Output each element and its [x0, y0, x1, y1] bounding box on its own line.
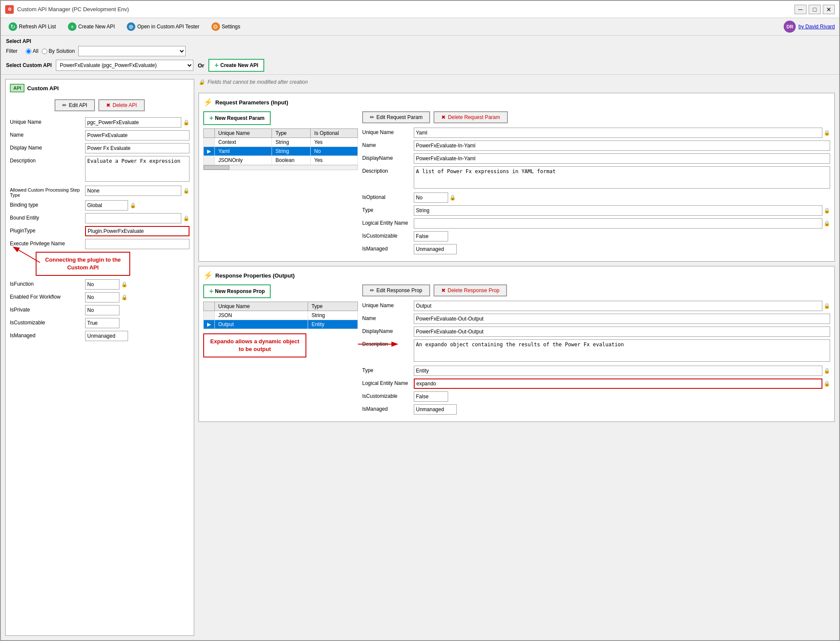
resp-unique-name-input[interactable] — [414, 301, 822, 311]
api-action-buttons: ✏ Edit API ✖ Delete API — [10, 99, 189, 111]
bound-entity-label: Bound Entity — [10, 213, 85, 221]
minimize-button[interactable]: ─ — [794, 5, 806, 14]
filter-all-radio-label[interactable]: All — [26, 48, 38, 54]
svg-line-0 — [14, 247, 40, 263]
edit-api-button[interactable]: ✏ Edit API — [55, 99, 95, 111]
is-private-input[interactable] — [85, 305, 119, 315]
request-params-scrollbar-thumb[interactable] — [204, 165, 229, 170]
settings-button[interactable]: ⚙ Settings — [208, 21, 244, 33]
delete-response-prop-button[interactable]: ✖ Delete Response Prop — [434, 284, 507, 296]
req-description-row: Description A list of Power Fx expressio… — [362, 166, 830, 190]
refresh-label: Refresh API List — [19, 24, 56, 30]
req-type-input[interactable] — [414, 205, 822, 216]
req-is-customizable-input[interactable] — [414, 231, 448, 241]
window-title: Custom API Manager (PC Development Env) — [17, 6, 129, 12]
resp-name-input[interactable] — [414, 314, 830, 324]
is-customizable-input[interactable] — [85, 318, 119, 328]
unique-name-input[interactable] — [85, 117, 181, 128]
delete-api-button[interactable]: ✖ Delete API — [98, 99, 145, 111]
resp-type-value-wrap: 🔒 — [414, 366, 830, 376]
req-logical-entity-input[interactable] — [414, 218, 822, 229]
app-icon: ⚙ — [5, 5, 14, 14]
main-content: API Custom API ✏ Edit API ✖ Delete API U… — [1, 75, 839, 640]
author-section: DR by David Rivard — [784, 21, 835, 33]
resp-row-type: Entity — [308, 320, 357, 329]
table-row[interactable]: ▶ Output Entity — [204, 320, 358, 329]
is-function-input[interactable] — [85, 279, 119, 290]
bound-entity-value-wrap: 🔒 — [85, 213, 189, 223]
req-type-lock-icon: 🔒 — [824, 208, 830, 214]
req-unique-name-input[interactable] — [414, 128, 822, 138]
author-link[interactable]: by David Rivard — [798, 24, 835, 30]
readonly-notice-text: Fields that cannot be modified after cre… — [208, 79, 308, 85]
edit-request-param-button[interactable]: ✏ Edit Request Param — [362, 111, 430, 123]
binding-type-input[interactable] — [85, 200, 128, 211]
create-new-api-toolbar-button[interactable]: + Create New API — [64, 21, 118, 33]
resp-is-customizable-input[interactable] — [414, 391, 448, 402]
enabled-workflow-label: Enabled For Workflow — [10, 292, 85, 300]
processing-step-row: Allowed Custom Processing Step Type 🔒 — [10, 186, 189, 198]
req-is-optional-input[interactable] — [414, 192, 448, 203]
display-name-input[interactable] — [85, 143, 189, 153]
filter-all-radio[interactable] — [26, 49, 31, 54]
row-arrow-cell: ▶ — [204, 147, 215, 156]
open-tester-button[interactable]: ⊕ Open in Custom API Tester — [123, 21, 203, 33]
solution-dropdown[interactable] — [78, 46, 186, 56]
maximize-button[interactable]: □ — [809, 5, 821, 14]
req-name-input[interactable] — [414, 140, 830, 151]
request-params-icon: ⚡ — [203, 98, 213, 107]
req-display-name-input[interactable] — [414, 153, 830, 164]
delete-api-label: Delete API — [113, 102, 137, 108]
req-logical-entity-lock-icon: 🔒 — [824, 220, 830, 226]
table-row[interactable]: Context String Yes — [204, 138, 358, 147]
is-managed-input[interactable] — [85, 331, 128, 341]
new-request-param-button[interactable]: + New Request Param — [203, 111, 271, 125]
api-select-dropdown[interactable]: PowerFxEvaluate (pgc_PowerFxEvaluate) — [56, 60, 193, 71]
resp-display-name-input[interactable] — [414, 327, 830, 337]
filter-by-solution-label[interactable]: By Solution — [42, 48, 75, 54]
resp-unique-name-row: Unique Name 🔒 — [362, 301, 830, 311]
enabled-workflow-row: Enabled For Workflow 🔒 — [10, 292, 189, 302]
settings-icon: ⚙ — [211, 22, 220, 31]
table-row[interactable]: JSON String — [204, 311, 358, 320]
response-props-table: Unique Name Type JSON String ▶ Output En… — [203, 302, 358, 329]
resp-logical-entity-input[interactable] — [414, 378, 822, 389]
plugin-type-input[interactable] — [85, 226, 189, 236]
arrow-header — [204, 129, 215, 138]
resp-logical-entity-lock-icon: 🔒 — [824, 381, 830, 387]
req-is-managed-input[interactable] — [414, 244, 457, 254]
unique-name-lock-icon: 🔒 — [183, 119, 189, 125]
delete-response-prop-label: Delete Response Prop — [448, 287, 500, 293]
req-row-name: Yaml — [215, 147, 272, 156]
execute-privilege-input[interactable] — [85, 239, 189, 249]
filter-by-solution-text: By Solution — [49, 48, 75, 54]
name-input[interactable] — [85, 130, 189, 140]
req-is-customizable-row: IsCustomizable — [362, 231, 830, 241]
description-textarea[interactable]: Evaluate a Power Fx expression — [85, 156, 189, 182]
processing-step-input[interactable] — [85, 186, 181, 196]
table-row[interactable]: JSONOnly Boolean Yes — [204, 156, 358, 165]
resp-display-name-row: DisplayName — [362, 327, 830, 337]
or-text: Or — [198, 62, 204, 69]
enabled-workflow-input[interactable] — [85, 292, 119, 302]
bound-entity-input[interactable] — [85, 213, 181, 223]
filter-by-solution-radio[interactable] — [42, 49, 47, 54]
refresh-api-button[interactable]: ↻ Refresh API List — [5, 21, 59, 33]
new-response-prop-button[interactable]: + New Response Prop — [203, 284, 271, 298]
resp-is-managed-input[interactable] — [414, 404, 457, 415]
edit-response-prop-button[interactable]: ✏ Edit Response Prop — [362, 284, 430, 296]
request-params-scrollbar[interactable] — [203, 165, 358, 170]
resp-description-textarea[interactable]: An expando object containing the results… — [414, 339, 830, 362]
delete-request-param-button[interactable]: ✖ Delete Request Param — [434, 111, 507, 123]
req-name-value-wrap — [414, 140, 830, 151]
create-new-api-button[interactable]: + Create New API — [208, 59, 264, 72]
name-value-wrap — [85, 130, 189, 140]
req-is-optional-row: IsOptional 🔒 — [362, 192, 830, 203]
resp-type-input[interactable] — [414, 366, 822, 376]
req-description-textarea[interactable]: A list of Power Fx expressions in YAML f… — [414, 166, 830, 189]
resp-logical-entity-label: Logical Entity Name — [362, 378, 414, 386]
delete-x-icon: ✖ — [106, 102, 110, 108]
table-row[interactable]: ▶ Yaml String No — [204, 147, 358, 156]
request-params-table-header: Unique Name Type Is Optional — [204, 129, 358, 138]
close-button[interactable]: ✕ — [823, 5, 835, 14]
